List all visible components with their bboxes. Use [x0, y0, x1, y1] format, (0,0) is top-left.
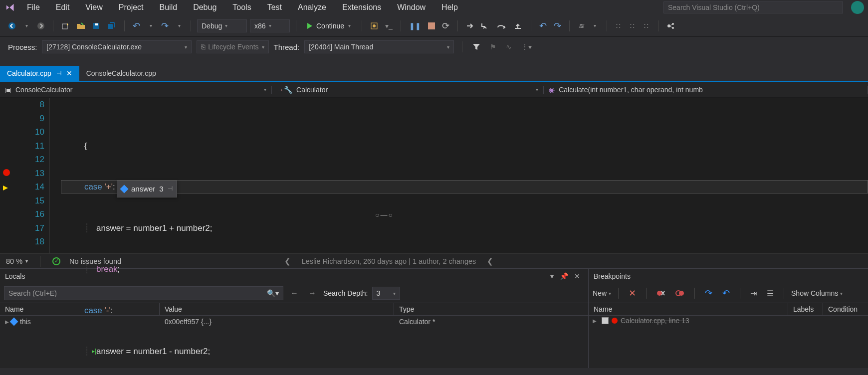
thread-dropdown[interactable]: [20404] Main Thread ▾: [304, 40, 454, 53]
menu-tools[interactable]: Tools: [225, 1, 258, 14]
zoom-dropdown[interactable]: 80 % ▾: [6, 257, 28, 265]
pin-icon[interactable]: ⊣: [56, 70, 61, 77]
close-icon[interactable]: ✕: [66, 69, 72, 77]
nav-class-dropdown[interactable]: →🔧 Calculator ▾: [272, 86, 544, 94]
nav-class-label: Calculator: [296, 86, 328, 94]
platform-value: x86: [254, 22, 266, 30]
intellisense-icon[interactable]: ≋: [576, 19, 587, 32]
save-button[interactable]: [90, 19, 102, 32]
lifecycle-label: Lifecycle Events: [208, 43, 258, 51]
debug-datatip[interactable]: answer 3 ⊣: [117, 181, 177, 197]
standard-toolbar: ▾ ↶ ▾ ↷ ▾ Debug▾ x86▾ Continue ▾ ▾_ ❚❚ ⟳…: [0, 15, 868, 37]
menu-project[interactable]: Project: [112, 1, 151, 14]
process-dropdown[interactable]: [27128] ConsoleCalculator.exe ▾: [42, 40, 192, 53]
menu-edit[interactable]: Edit: [49, 1, 77, 14]
codelens-indicator[interactable]: ○—○: [375, 208, 394, 222]
tab-calculator-cpp[interactable]: Calculator.cpp ⊣ ✕: [0, 66, 79, 81]
run-to-click-icon[interactable]: ▸|: [92, 345, 96, 359]
break-all-button[interactable]: ❚❚: [407, 19, 423, 32]
menu-test[interactable]: Test: [260, 1, 289, 14]
nav-back-button[interactable]: [6, 19, 18, 32]
zoom-value: 80 %: [6, 257, 22, 265]
menu-view[interactable]: View: [78, 1, 109, 14]
step-over-button[interactable]: [495, 19, 509, 32]
code-area[interactable]: { case '+': ┊ answer = number1 + number2…: [61, 98, 868, 253]
step-backward-icon[interactable]: ↶: [537, 19, 549, 32]
breakpoint-margin[interactable]: [0, 98, 21, 253]
chevron-underline-icon[interactable]: ▾_: [383, 19, 395, 32]
show-next-statement-button[interactable]: [464, 19, 476, 32]
code-editor[interactable]: 8 9 10 11 12 13 14 15 16 17 18 { case '+…: [0, 98, 868, 253]
chevron-down-icon[interactable]: ▾: [145, 19, 156, 32]
dotted-icon[interactable]: ∷: [627, 19, 638, 32]
chevron-down-icon[interactable]: ▾: [21, 19, 32, 32]
continue-label: Continue: [316, 22, 344, 30]
search-placeholder: Search (Ctrl+E): [8, 289, 57, 297]
debug-location-toolbar: Process: [27128] ConsoleCalculator.exe ▾…: [0, 37, 868, 57]
separator: [607, 20, 607, 31]
menu-extensions[interactable]: Extensions: [335, 1, 388, 14]
pin-icon[interactable]: ⊣: [168, 182, 173, 196]
flag-thread-icon[interactable]: ⚑: [487, 40, 498, 53]
dotted-icon[interactable]: ∷: [641, 19, 652, 32]
menu-file[interactable]: File: [20, 1, 47, 14]
separator: [531, 20, 531, 31]
svg-rect-6: [428, 22, 435, 29]
separator: [569, 20, 570, 31]
browser-select-icon[interactable]: [368, 19, 380, 32]
redo-button[interactable]: ↷: [159, 19, 171, 32]
vs-logo-icon: [4, 2, 18, 13]
nav-forward-button[interactable]: [35, 19, 47, 32]
undo-button[interactable]: ↶: [131, 19, 142, 32]
open-file-button[interactable]: [74, 19, 87, 32]
line-number: 16: [21, 207, 44, 221]
continue-button[interactable]: Continue ▾: [302, 19, 356, 33]
datatip-name: answer: [131, 182, 155, 196]
save-all-button[interactable]: [105, 19, 118, 32]
tab-consolecalculator-cpp[interactable]: ConsoleCalculator.cpp: [79, 66, 163, 81]
svg-point-0: [8, 22, 15, 29]
line-number: 10: [21, 125, 44, 139]
expander-icon[interactable]: ▶: [5, 319, 9, 325]
quick-launch-search[interactable]: Search Visual Studio (Ctrl+Q): [663, 1, 843, 13]
line-number-gutter: 8 9 10 11 12 13 14 15 16 17 18: [21, 98, 50, 253]
lifecycle-events-dropdown[interactable]: ⎘ Lifecycle Events ▾: [197, 40, 268, 53]
svg-rect-2: [62, 24, 67, 29]
outlining-margin[interactable]: [50, 98, 61, 253]
thread-toggle-icon[interactable]: ∿: [503, 40, 514, 53]
menu-window[interactable]: Window: [390, 1, 433, 14]
chevron-menu-icon[interactable]: ⋮▾: [519, 40, 534, 53]
menu-debug[interactable]: Debug: [186, 1, 223, 14]
separator: [401, 20, 401, 31]
project-icon: ▣: [5, 86, 11, 94]
menu-analyze[interactable]: Analyze: [291, 1, 333, 14]
menu-help[interactable]: Help: [434, 1, 465, 14]
nav-project-dropdown[interactable]: ▣ ConsoleCalculator ▾: [0, 86, 272, 94]
nav-method-label: Calculate(int number1, char operand, int…: [559, 86, 703, 94]
method-icon: ◉: [549, 86, 555, 94]
user-avatar[interactable]: [851, 1, 864, 14]
nav-method-dropdown[interactable]: ◉ Calculate(int number1, char operand, i…: [544, 86, 868, 94]
menu-build[interactable]: Build: [153, 1, 185, 14]
solution-config-dropdown[interactable]: Debug▾: [197, 19, 247, 32]
restart-button[interactable]: ⟳: [440, 19, 451, 32]
line-number: 13: [21, 167, 44, 181]
stop-debug-button[interactable]: [426, 19, 437, 32]
dotted-icon[interactable]: ∷: [613, 19, 624, 32]
chevron-down-icon[interactable]: ▾: [174, 19, 185, 32]
line-number: 18: [21, 235, 44, 249]
separator: [296, 20, 296, 31]
line-number: 17: [21, 221, 44, 235]
live-share-icon[interactable]: [664, 19, 677, 32]
separator: [462, 41, 462, 52]
step-forward-icon[interactable]: ↷: [552, 19, 563, 32]
chevron-down-icon[interactable]: ▾: [590, 19, 601, 32]
svg-rect-3: [95, 23, 98, 25]
filter-icon[interactable]: [470, 40, 482, 53]
step-into-button[interactable]: [479, 19, 492, 32]
solution-platform-dropdown[interactable]: x86▾: [250, 19, 290, 32]
step-out-button[interactable]: [512, 19, 525, 32]
thread-label: Thread:: [274, 43, 300, 51]
breakpoint-dot-icon[interactable]: [3, 169, 10, 176]
new-item-icon[interactable]: [59, 19, 71, 32]
